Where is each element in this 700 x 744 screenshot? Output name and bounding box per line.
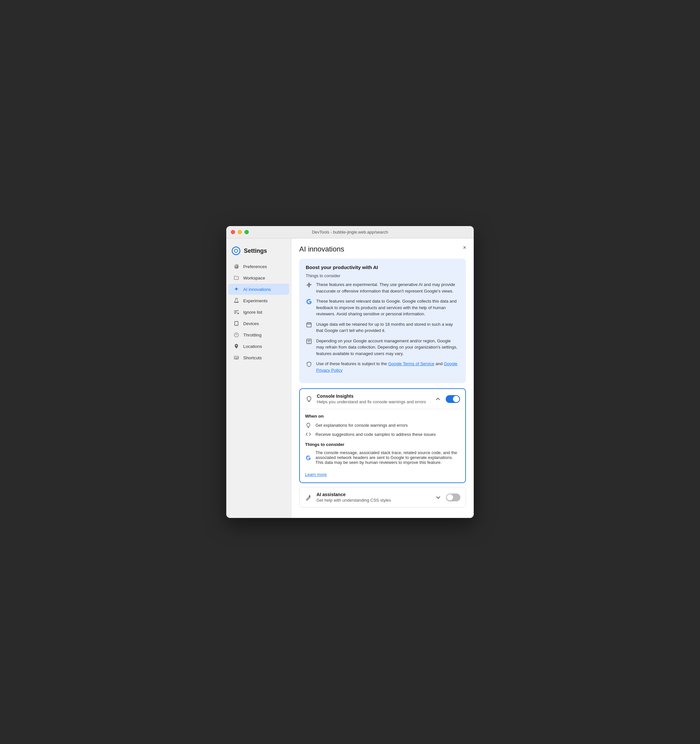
console-insights-header: Console Insights Helps you understand an… bbox=[300, 389, 465, 409]
keyboard-icon bbox=[233, 355, 239, 361]
console-insights-collapse-button[interactable] bbox=[434, 395, 442, 403]
sidebar-item-locations[interactable]: Locations bbox=[228, 341, 289, 352]
info-box-title: Boost your productivity with AI bbox=[306, 265, 459, 270]
sidebar-item-label-preferences: Preferences bbox=[243, 264, 267, 269]
sidebar-item-label-locations: Locations bbox=[243, 344, 262, 349]
pin-icon bbox=[233, 343, 239, 349]
svg-point-0 bbox=[232, 247, 240, 255]
info-item-text-3: Depending on your Google account managem… bbox=[316, 338, 459, 357]
sidebar-item-devices[interactable]: Devices bbox=[228, 318, 289, 329]
sidebar-item-label-throttling: Throttling bbox=[243, 333, 262, 338]
sidebar-item-ai-innovations[interactable]: AI innovations bbox=[228, 284, 289, 295]
ai-assistance-expand-button[interactable] bbox=[434, 494, 442, 501]
titlebar: DevTools - bubble-jingle.web.app/search bbox=[226, 226, 474, 238]
sidebar-item-shortcuts[interactable]: Shortcuts bbox=[228, 352, 289, 363]
svg-point-1 bbox=[235, 249, 238, 253]
when-on-item-0: Get explanations for console warnings an… bbox=[305, 422, 460, 429]
minimize-traffic-light[interactable] bbox=[238, 230, 242, 234]
console-insights-body: When on Get explanations for console war… bbox=[300, 409, 465, 482]
info-item-text-1: These features send relevant data to Goo… bbox=[316, 298, 459, 317]
console-insights-toggle[interactable] bbox=[446, 395, 460, 403]
calendar-icon bbox=[306, 321, 312, 328]
sidebar-item-workspace[interactable]: Workspace bbox=[228, 272, 289, 283]
folder-icon bbox=[233, 275, 239, 281]
info-item-text-4: Use of these features is subject to the … bbox=[316, 361, 459, 373]
gear-icon bbox=[233, 263, 239, 269]
settings-window: DevTools - bubble-jingle.web.app/search … bbox=[226, 226, 474, 518]
sidebar-item-throttling[interactable]: Throttling bbox=[228, 329, 289, 341]
google-tos-link[interactable]: Google Terms of Service bbox=[388, 361, 434, 366]
learn-more-link[interactable]: Learn more bbox=[305, 472, 327, 477]
building-icon bbox=[306, 338, 312, 345]
info-item-2: Usage data will be retained for up to 18… bbox=[306, 321, 459, 334]
sidebar-item-label-ignore: Ignore list bbox=[243, 310, 262, 315]
device-icon bbox=[233, 320, 239, 326]
lightbulb-icon bbox=[305, 422, 312, 429]
ai-assistance-controls bbox=[434, 494, 461, 501]
code-brackets-icon bbox=[305, 431, 312, 437]
content-area: Settings Preferences bbox=[226, 238, 474, 518]
console-insights-card: Console Insights Helps you understand an… bbox=[299, 388, 466, 483]
when-on-title: When on bbox=[305, 414, 460, 418]
google-privacy-link[interactable]: Google Privacy Policy bbox=[316, 361, 458, 373]
ai-info-box: Boost your productivity with AI Things t… bbox=[299, 259, 466, 383]
info-item-text-0: These features are experimental. They us… bbox=[316, 281, 459, 294]
sidebar-item-label-ai: AI innovations bbox=[243, 287, 271, 292]
console-insights-controls bbox=[434, 395, 460, 403]
sidebar-item-ignore-list[interactable]: Ignore list bbox=[228, 307, 289, 318]
when-on-item-1: Receive suggestions and code samples to … bbox=[305, 431, 460, 437]
flask-icon bbox=[233, 298, 239, 304]
info-item-1: These features send relevant data to Goo… bbox=[306, 298, 459, 317]
gauge-icon bbox=[233, 332, 239, 338]
sidebar-item-label-shortcuts: Shortcuts bbox=[243, 356, 262, 360]
info-item-4: Use of these features is subject to the … bbox=[306, 361, 459, 373]
close-button[interactable]: × bbox=[461, 244, 468, 251]
info-item-text-2: Usage data will be retained for up to 18… bbox=[316, 321, 459, 334]
page-title: AI innovations bbox=[299, 245, 466, 253]
ai-assistance-card: AI assistance Get help with understandin… bbox=[299, 487, 466, 507]
info-item-0: These features are experimental. They us… bbox=[306, 281, 459, 294]
sidebar-item-experiments[interactable]: Experiments bbox=[228, 295, 289, 306]
sidebar: Settings Preferences bbox=[226, 238, 291, 518]
console-insights-desc: Helps you understand and fix console war… bbox=[317, 399, 430, 404]
info-box-subtitle: Things to consider bbox=[306, 273, 459, 278]
things-item-0: The console message, associated stack tr… bbox=[305, 450, 460, 465]
ai-assistance-header: AI assistance Get help with understandin… bbox=[300, 487, 465, 507]
ai-assistance-text: AI assistance Get help with understandin… bbox=[317, 492, 430, 503]
sidebar-item-preferences[interactable]: Preferences bbox=[228, 261, 289, 272]
list-x-icon bbox=[233, 309, 239, 315]
ai-assistance-toggle[interactable] bbox=[446, 494, 461, 501]
maximize-traffic-light[interactable] bbox=[245, 230, 249, 234]
info-item-3: Depending on your Google account managem… bbox=[306, 338, 459, 357]
sidebar-item-label-experiments: Experiments bbox=[243, 298, 268, 303]
google-g-small-icon bbox=[305, 454, 312, 461]
sidebar-header: Settings bbox=[226, 244, 291, 260]
console-insights-text: Console Insights Helps you understand an… bbox=[317, 393, 430, 404]
sidebar-title: Settings bbox=[244, 248, 267, 254]
ai-assistance-desc: Get help with understanding CSS styles bbox=[317, 498, 430, 503]
sidebar-item-label-devices: Devices bbox=[243, 321, 259, 326]
google-g-icon bbox=[306, 298, 312, 305]
sparkle-wand-icon bbox=[305, 494, 312, 501]
sparkle-icon bbox=[233, 286, 239, 292]
traffic-lights bbox=[231, 230, 249, 234]
console-insights-name: Console Insights bbox=[317, 393, 430, 399]
ai-assistance-toggle-knob bbox=[447, 494, 453, 501]
when-on-text-1: Receive suggestions and code samples to … bbox=[315, 432, 435, 437]
close-traffic-light[interactable] bbox=[231, 230, 235, 234]
svg-point-3 bbox=[309, 286, 309, 286]
main-content: × AI innovations Boost your productivity… bbox=[291, 238, 474, 518]
when-on-text-0: Get explanations for console warnings an… bbox=[315, 423, 408, 428]
shield-icon bbox=[306, 361, 312, 368]
console-insights-toggle-knob bbox=[453, 396, 459, 402]
lightbulb-sparkle-icon bbox=[305, 395, 313, 403]
things-to-consider-title: Things to consider bbox=[305, 442, 460, 447]
things-text-0: The console message, associated stack tr… bbox=[315, 450, 460, 465]
ai-assistance-name: AI assistance bbox=[317, 492, 430, 497]
settings-logo-icon bbox=[232, 246, 241, 255]
sidebar-item-label-workspace: Workspace bbox=[243, 275, 265, 280]
window-title: DevTools - bubble-jingle.web.app/search bbox=[312, 230, 388, 235]
sparkle-warning-icon bbox=[306, 282, 312, 288]
svg-rect-4 bbox=[307, 323, 311, 327]
